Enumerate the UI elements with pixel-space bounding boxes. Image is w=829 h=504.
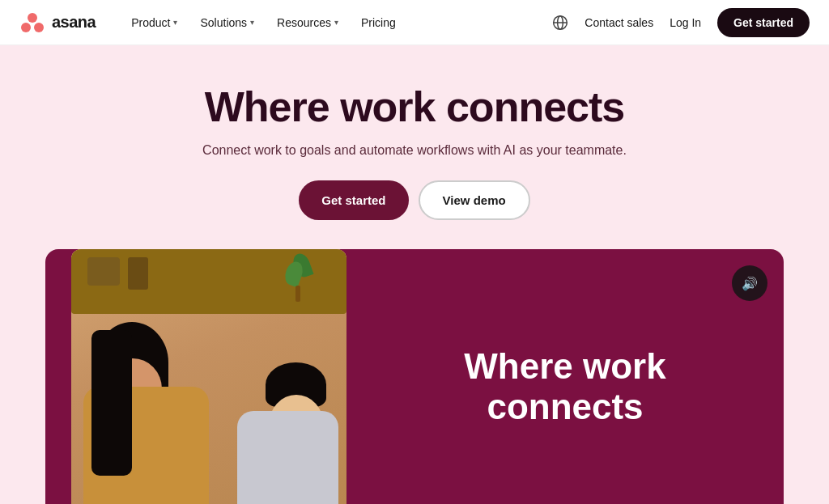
hero-section: Where work connects Connect work to goal… — [0, 45, 829, 249]
nav-solutions-label: Solutions — [200, 16, 247, 29]
chevron-down-icon: ▾ — [334, 18, 338, 27]
hero-cta-buttons: Get started View demo — [19, 180, 810, 220]
nav-pricing[interactable]: Pricing — [351, 10, 406, 36]
asana-logo-icon — [19, 10, 45, 36]
chevron-down-icon: ▾ — [250, 18, 254, 27]
video-section: Where work connects 🔊 — [45, 249, 784, 504]
person-left — [79, 282, 225, 504]
nav-solutions[interactable]: Solutions ▾ — [190, 10, 264, 36]
sound-icon: 🔊 — [742, 276, 758, 291]
contact-sales-link[interactable]: Contact sales — [585, 16, 653, 29]
nav-right: Contact sales Log In Get started — [552, 8, 810, 37]
hero-subtitle: Connect work to goals and automate workf… — [19, 143, 810, 158]
video-title-line1: Where work — [464, 346, 665, 386]
video-thumbnail — [71, 249, 346, 504]
nav-product[interactable]: Product ▾ — [121, 10, 187, 36]
svg-point-2 — [34, 23, 44, 32]
svg-point-0 — [28, 13, 37, 23]
navigation: asana Product ▾ Solutions ▾ Resources ▾ … — [0, 0, 829, 45]
nav-pricing-label: Pricing — [361, 16, 396, 29]
brand-name: asana — [52, 13, 96, 32]
nav-resources-label: Resources — [277, 16, 331, 29]
plant-decoration — [290, 253, 314, 294]
svg-point-1 — [21, 23, 31, 32]
nav-links: Product ▾ Solutions ▾ Resources ▾ Pricin… — [121, 10, 552, 36]
hero-get-started-button[interactable]: Get started — [299, 180, 408, 220]
video-text-overlay: Where work connects — [346, 346, 784, 428]
nav-resources[interactable]: Resources ▾ — [267, 10, 348, 36]
sound-toggle-button[interactable]: 🔊 — [732, 265, 767, 301]
logo[interactable]: asana — [19, 10, 96, 36]
video-title-line2: connects — [487, 387, 643, 426]
person-right — [225, 314, 338, 504]
video-title: Where work connects — [385, 346, 745, 428]
hero-title: Where work connects — [19, 84, 810, 130]
login-link[interactable]: Log In — [670, 16, 701, 29]
nav-get-started-button[interactable]: Get started — [717, 8, 810, 37]
globe-icon[interactable] — [552, 15, 568, 31]
chevron-down-icon: ▾ — [173, 18, 177, 27]
hero-view-demo-button[interactable]: View demo — [419, 180, 530, 220]
nav-product-label: Product — [131, 16, 170, 29]
